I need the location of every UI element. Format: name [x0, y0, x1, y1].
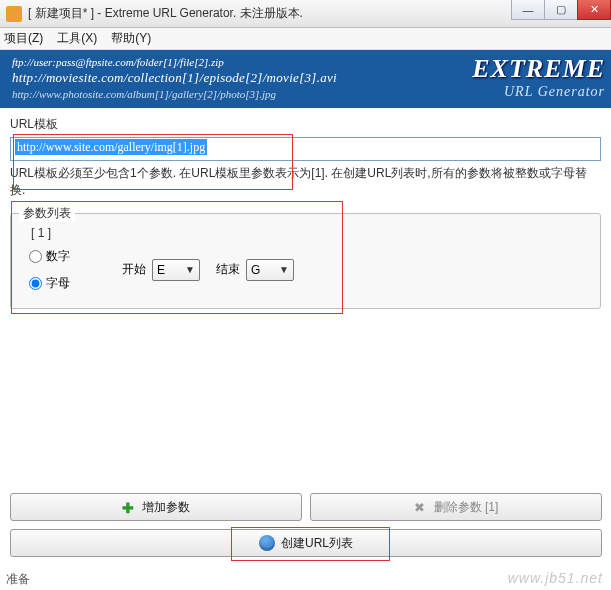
chevron-down-icon: ▼ — [279, 264, 289, 275]
status-bar: 准备 — [6, 571, 30, 588]
params-legend: 参数列表 — [19, 205, 75, 222]
url-template-value: http://www.site.com/gallery/img[1].jpg — [15, 139, 207, 155]
brand-subtitle: URL Generator — [472, 84, 605, 100]
url-template-hint: URL模板必须至少包含1个参数. 在URL模板里参数表示为[1]. 在创建URL… — [10, 165, 601, 199]
delete-param-label: 删除参数 [1] — [434, 499, 499, 516]
end-label: 结束 — [216, 261, 240, 278]
watermark: www.jb51.net — [508, 570, 603, 586]
content-area: URL模板 http://www.site.com/gallery/img[1]… — [0, 108, 611, 309]
end-value: G — [251, 263, 260, 277]
create-label: 创建URL列表 — [281, 535, 353, 552]
radio-number[interactable]: 数字 — [29, 248, 70, 265]
brand-logo: EXTREME URL Generator — [472, 54, 605, 100]
add-param-button[interactable]: ✚ 增加参数 — [10, 493, 302, 521]
title-bar: [ 新建项目* ] - Extreme URL Generator. 未注册版本… — [0, 0, 611, 28]
window-buttons: — ▢ ✕ — [512, 0, 611, 20]
radio-letter[interactable]: 字母 — [29, 275, 70, 292]
url-template-label: URL模板 — [10, 116, 601, 133]
url-template-input[interactable]: http://www.site.com/gallery/img[1].jpg — [10, 137, 601, 161]
brand-name: EXTREME — [472, 54, 605, 84]
param-index: [ 1 ] — [31, 226, 588, 240]
window-title: [ 新建项目* ] - Extreme URL Generator. 未注册版本… — [28, 5, 303, 22]
radio-number-label: 数字 — [46, 248, 70, 265]
start-value: E — [157, 263, 165, 277]
chevron-down-icon: ▼ — [185, 264, 195, 275]
menu-bar: 项目(Z) 工具(X) 帮助(Y) — [0, 28, 611, 50]
radio-letter-label: 字母 — [46, 275, 70, 292]
start-combo[interactable]: E ▼ — [152, 259, 200, 281]
maximize-button[interactable]: ▢ — [544, 0, 578, 20]
menu-help[interactable]: 帮助(Y) — [111, 30, 151, 47]
create-button-row: 创建URL列表 — [10, 529, 602, 557]
create-url-list-button[interactable]: 创建URL列表 — [10, 529, 602, 557]
radio-letter-input[interactable] — [29, 277, 42, 290]
app-icon — [6, 6, 22, 22]
params-group: 参数列表 [ 1 ] 数字 字母 开始 E ▼ 结束 — [10, 213, 601, 309]
param-buttons-row: ✚ 增加参数 ✖ 删除参数 [1] — [10, 493, 602, 521]
banner: ftp://user:pass@ftpsite.com/folder[1]/fi… — [0, 50, 611, 108]
close-button[interactable]: ✕ — [577, 0, 611, 20]
start-label: 开始 — [122, 261, 146, 278]
menu-project[interactable]: 项目(Z) — [4, 30, 43, 47]
database-icon — [259, 535, 275, 551]
add-param-label: 增加参数 — [142, 499, 190, 516]
delete-icon: ✖ — [414, 500, 428, 514]
minimize-button[interactable]: — — [511, 0, 545, 20]
end-combo[interactable]: G ▼ — [246, 259, 294, 281]
radio-number-input[interactable] — [29, 250, 42, 263]
plus-icon: ✚ — [122, 500, 136, 514]
delete-param-button[interactable]: ✖ 删除参数 [1] — [310, 493, 602, 521]
menu-tools[interactable]: 工具(X) — [57, 30, 97, 47]
